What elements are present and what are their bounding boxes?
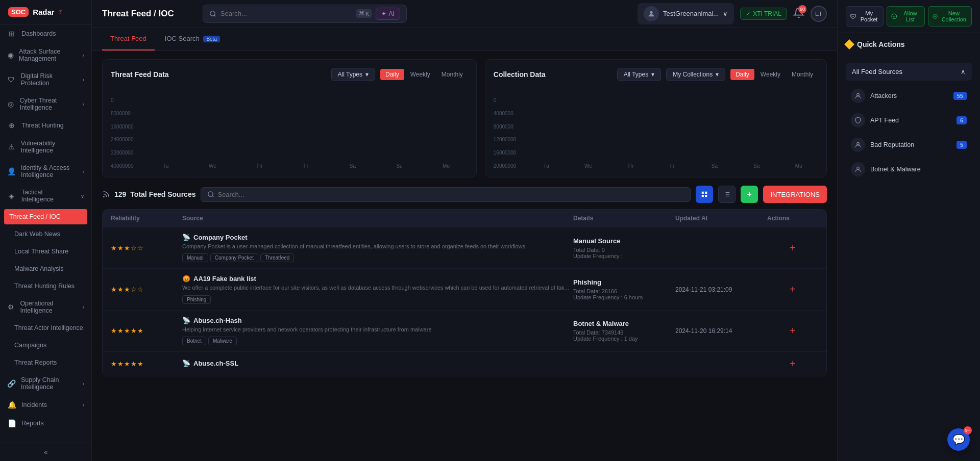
svg-point-24 [857, 167, 860, 169]
my-pocket-button[interactable]: My Pocket [846, 6, 884, 27]
period-monthly[interactable]: Monthly [436, 69, 468, 80]
source-name-text: Abuse.ch-SSL [193, 360, 238, 367]
feed-search-bar[interactable] [201, 187, 691, 202]
integrations-button[interactable]: INTEGRATIONS [763, 186, 827, 203]
sidebar-item-vuln-intel[interactable]: ⚠ Vulnerability Intelligence [0, 135, 91, 159]
add-to-collection-button[interactable]: + [767, 325, 818, 337]
total-data: Total Data: 26166 [573, 288, 675, 294]
sidebar-item-campaigns[interactable]: Campaigns [0, 337, 91, 354]
period-daily[interactable]: Daily [380, 69, 404, 80]
new-collection-button[interactable]: New Collection [928, 6, 972, 27]
fs-title: All Feed Sources [852, 68, 902, 75]
sidebar-item-tactical-intel[interactable]: ◈ Tactical Intelligence ∨ [0, 184, 91, 208]
source-icon: 📡 [182, 360, 190, 367]
svg-line-5 [212, 196, 214, 197]
sidebar-item-cyber-threat[interactable]: ◎ Cyber Threat Intelligence › [0, 92, 91, 116]
user-menu[interactable]: TestGreenanimal... ∨ [638, 3, 734, 24]
sidebar-item-label: Identity & Access Intelligence [21, 164, 78, 178]
sidebar-item-reports[interactable]: 📄 Reports [0, 414, 91, 432]
period-weekly[interactable]: Weekly [755, 69, 786, 80]
new-collection-label: New Collection [941, 10, 967, 22]
sidebar-item-threat-hunting[interactable]: ⊕ Threat Hunting [0, 116, 91, 135]
add-to-collection-button[interactable]: + [767, 358, 818, 370]
notification-button[interactable]: 60 [793, 7, 804, 20]
update-freq: Update Frequency : [573, 253, 675, 259]
ai-button[interactable]: ✦ AI [376, 8, 400, 20]
diamond-icon [844, 39, 854, 49]
sidebar-item-dark-web[interactable]: Dark Web News [0, 225, 91, 243]
tab-ioc-search[interactable]: IOC Search Beta [157, 28, 228, 50]
col-reliability: Reliability [111, 215, 182, 222]
table-row: ★★★★★ 📡 Abuse.ch-SSL + [103, 352, 826, 376]
plus-icon [746, 191, 753, 198]
sidebar-item-dashboards[interactable]: ⊞ Dashboards [0, 24, 91, 43]
total-data: Total Data: 7349146 [573, 329, 675, 336]
attack-icon: ◉ [7, 51, 14, 59]
update-freq: Update Frequency : 1 day [573, 336, 675, 342]
source-desc: We offer a complete public interface for… [182, 284, 573, 292]
xti-badge[interactable]: ✓ XTI TRIAL [740, 8, 787, 20]
list-item[interactable]: Bad Reputation 5 [846, 134, 972, 156]
list-item[interactable]: Attackers 55 [846, 85, 972, 107]
filter-label: All Types [338, 71, 362, 78]
sidebar-item-label: Digital Risk Protection [20, 72, 77, 87]
sidebar-item-digital-risk[interactable]: 🛡 Digital Risk Protection › [0, 67, 91, 92]
add-to-collection-button[interactable]: + [767, 284, 818, 295]
threat-type-filter[interactable]: All Types ▾ [331, 68, 375, 81]
source-name: 📡 Company Pocket [182, 234, 573, 241]
sidebar-item-operational-intel[interactable]: ⚙ Operational Intelligence › [0, 295, 91, 319]
user-name: TestGreenanimal... [663, 10, 719, 17]
sidebar-item-threat-feed[interactable]: Threat Feed / IOC [4, 209, 87, 224]
allow-list-label: Allow List [900, 10, 920, 22]
svg-point-22 [857, 93, 860, 96]
sidebar-item-local-threat[interactable]: Local Threat Share [0, 243, 91, 260]
list-item[interactable]: Botnet & Malware [846, 158, 972, 181]
collection-label: My Collections [673, 71, 713, 78]
sidebar-item-malware-analysis[interactable]: Malware Analysis [0, 260, 91, 277]
main-content: Threat Feed / IOC ⌘ K ✦ AI TestGreenanim… [92, 0, 837, 461]
label-tu: Tu [144, 163, 188, 169]
sidebar-item-threat-actor[interactable]: Threat Actor Intelligence [0, 319, 91, 337]
allow-list-button[interactable]: Allow List [887, 6, 924, 27]
chevron-down-icon: ▾ [651, 71, 654, 78]
sidebar-item-threat-reports[interactable]: Threat Reports [0, 354, 91, 371]
add-button[interactable] [741, 186, 758, 203]
sidebar-item-label: Malware Analysis [14, 265, 64, 272]
collection-type-filter[interactable]: All Types ▾ [617, 68, 661, 81]
all-feed-sources-header[interactable]: All Feed Sources ∧ [846, 63, 972, 81]
et-avatar[interactable]: ET [811, 6, 827, 22]
sidebar-item-incidents[interactable]: 🔔 Incidents › [0, 396, 91, 414]
search-bar[interactable]: ⌘ K ✦ AI [203, 5, 407, 23]
svg-point-0 [210, 11, 215, 15]
sidebar-item-identity-access[interactable]: 👤 Identity & Access Intelligence › [0, 159, 91, 184]
table-row: ★★★★★ 📡 Abuse.ch-Hash Helping internet s… [103, 311, 826, 352]
period-daily[interactable]: Daily [730, 69, 754, 80]
chat-badge: 9+ [964, 426, 972, 434]
chat-widget[interactable]: 💬 9+ [947, 428, 970, 451]
right-panel: My Pocket Allow List New Collection Quic… [837, 0, 980, 461]
list-item[interactable]: APT Feed 6 [846, 109, 972, 132]
add-to-collection-button[interactable]: + [767, 242, 818, 254]
feed-count: 129 Total Feed Sources [102, 190, 195, 198]
quick-actions-section: Quick Actions [838, 33, 980, 63]
collection-selector[interactable]: My Collections ▾ [666, 68, 725, 81]
quick-action-buttons: My Pocket Allow List New Collection [838, 0, 980, 33]
period-monthly[interactable]: Monthly [787, 69, 818, 80]
tab-threat-feed[interactable]: Threat Feed [102, 28, 155, 50]
feed-table: Reliability Source Details Updated At Ac… [102, 209, 827, 376]
updated-at-cell: 2024-11-20 16:29:14 [675, 327, 767, 335]
sidebar-item-threat-rules[interactable]: Threat Hunting Rules [0, 277, 91, 295]
keyboard-shortcut: ⌘ K [356, 9, 372, 18]
collapse-button[interactable]: « [0, 443, 91, 461]
filter-button[interactable] [718, 186, 736, 203]
sidebar-item-supply-chain[interactable]: 🔗 Supply Chain Intelligence › [0, 371, 91, 396]
filter-icon [723, 191, 730, 198]
label-su: Su [378, 163, 422, 169]
grid-view-button[interactable] [696, 186, 713, 203]
sidebar-item-attack-surface[interactable]: ◉ Attack Surface Management › [0, 43, 91, 67]
period-weekly[interactable]: Weekly [405, 69, 435, 80]
feed-search-input[interactable] [217, 191, 684, 198]
details-type: Botnet & Malware [573, 320, 675, 327]
search-input[interactable] [220, 10, 352, 17]
total-count: 129 [114, 190, 126, 198]
